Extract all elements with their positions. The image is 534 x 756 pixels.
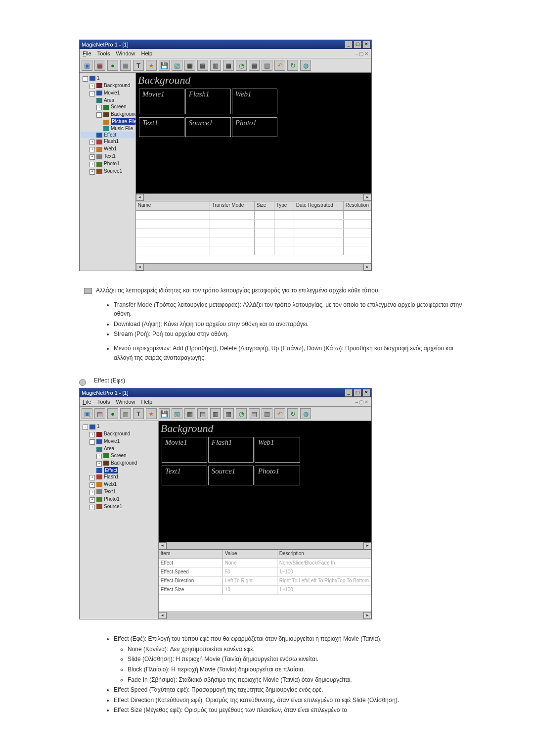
col-date[interactable]: Date Registrated: [294, 201, 344, 210]
table-row[interactable]: [136, 237, 371, 246]
tool-icon[interactable]: ▦: [223, 408, 234, 419]
tree-item[interactable]: Effect: [81, 132, 134, 138]
tree-item[interactable]: +Background: [81, 460, 157, 467]
maximize-icon[interactable]: ▢: [354, 389, 361, 397]
menu-file[interactable]: FFileile: [83, 50, 91, 56]
maximize-icon[interactable]: ▢: [354, 41, 361, 48]
tree-item[interactable]: +Background: [81, 82, 134, 90]
minimize-icon[interactable]: _: [345, 389, 353, 397]
tree-root[interactable]: -1: [81, 423, 157, 430]
tool-icon[interactable]: ▣: [82, 60, 92, 71]
tree-item[interactable]: Music File: [81, 125, 134, 132]
col-size[interactable]: Size: [255, 201, 274, 210]
table-row[interactable]: Effect Speed 50 1~100: [159, 568, 371, 577]
tree-item[interactable]: +Source1: [81, 168, 134, 175]
stage-box-text1[interactable]: Text1: [139, 117, 184, 137]
tool-icon[interactable]: ★: [146, 408, 157, 419]
tool-icon[interactable]: ▤: [249, 408, 260, 419]
table-row[interactable]: [136, 211, 371, 220]
col-res[interactable]: Resolution: [344, 201, 371, 210]
scrollbar-h[interactable]: ◂▸: [136, 193, 371, 201]
scrollbar-h[interactable]: ◂▸: [159, 612, 371, 619]
table-row[interactable]: Effect Size 10 1~100: [159, 586, 371, 595]
scrollbar-h[interactable]: ◂▸: [136, 263, 371, 271]
close-icon[interactable]: ✕: [362, 389, 370, 397]
table-row[interactable]: [136, 220, 371, 229]
tool-icon[interactable]: ▤: [197, 60, 208, 71]
tool-icon[interactable]: ▤: [249, 60, 260, 71]
tool-icon[interactable]: ▤: [94, 60, 105, 71]
tool-icon[interactable]: ↶: [274, 60, 285, 71]
tool-icon[interactable]: ●: [107, 60, 118, 71]
stage-box-web1[interactable]: Web1: [255, 437, 300, 463]
stage-box-text1[interactable]: Text1: [162, 466, 207, 485]
tree-item[interactable]: +Flash1: [81, 138, 134, 145]
menu-file[interactable]: File: [83, 399, 91, 405]
tree-item[interactable]: Area: [81, 97, 134, 103]
tool-icon[interactable]: ▤: [94, 408, 105, 419]
tree-item[interactable]: +Source1: [81, 503, 157, 511]
tool-icon[interactable]: ◍: [300, 60, 311, 71]
stage-box-source1[interactable]: Source1: [208, 466, 254, 485]
stage-box-flash1[interactable]: Flash1: [185, 89, 231, 114]
tool-icon[interactable]: ◔: [236, 408, 247, 419]
tree-root[interactable]: -1: [81, 75, 134, 82]
table-row[interactable]: [136, 229, 371, 237]
tree-item[interactable]: +Background: [81, 430, 157, 438]
tool-icon[interactable]: ▦: [184, 60, 195, 71]
stage-box-source1[interactable]: Source1: [185, 117, 231, 137]
table-row[interactable]: Effect Direction Left To Right Right To …: [159, 577, 371, 586]
col-type[interactable]: Type: [274, 201, 294, 210]
tool-icon[interactable]: ★: [146, 60, 157, 71]
tree-item[interactable]: +Flash1: [81, 473, 157, 481]
tree-item[interactable]: -Movie1: [81, 90, 134, 97]
tool-icon[interactable]: ▦: [120, 60, 131, 71]
tool-icon[interactable]: ↻: [287, 60, 298, 71]
menu-tools[interactable]: Tools: [97, 50, 110, 56]
stage-box-photo1[interactable]: Photo1: [232, 117, 277, 137]
col-desc[interactable]: Description: [277, 550, 371, 559]
tool-icon[interactable]: T: [133, 60, 144, 71]
tree-item[interactable]: +Screen: [81, 452, 157, 460]
tool-icon[interactable]: 💾: [159, 408, 170, 419]
tool-icon[interactable]: ▧: [172, 60, 182, 71]
tree-item[interactable]: -Background: [81, 111, 134, 118]
tree-item-selected[interactable]: Picture File: [81, 118, 134, 125]
tool-icon[interactable]: ◔: [236, 60, 247, 71]
tree-item[interactable]: +Screen: [81, 103, 134, 111]
stage-box-photo1[interactable]: Photo1: [255, 466, 300, 485]
tool-icon[interactable]: ▥: [210, 408, 221, 419]
tool-icon[interactable]: ▥: [262, 60, 272, 71]
col-name[interactable]: Name: [136, 201, 210, 210]
tool-icon[interactable]: ▣: [82, 408, 92, 419]
tool-icon[interactable]: ▦: [120, 408, 131, 419]
menu-window[interactable]: Window: [116, 399, 135, 405]
table-row[interactable]: [136, 246, 371, 255]
menu-help[interactable]: Help: [141, 50, 153, 56]
menu-window[interactable]: Window: [116, 50, 135, 56]
tool-icon[interactable]: ▧: [172, 408, 182, 419]
tool-icon[interactable]: ▦: [184, 408, 195, 419]
tree-item[interactable]: +Photo1: [81, 496, 157, 503]
menu-help[interactable]: Help: [141, 399, 153, 405]
tool-icon[interactable]: 💾: [159, 60, 170, 71]
tool-icon[interactable]: ▦: [223, 60, 234, 71]
tool-icon[interactable]: ●: [107, 408, 118, 419]
tree-item[interactable]: -Movie1: [81, 438, 157, 445]
table-row[interactable]: Effect None None/Slide/Block/Fade In: [159, 559, 371, 568]
tree-item[interactable]: +Photo1: [81, 160, 134, 168]
tool-icon[interactable]: ↻: [287, 408, 298, 419]
tree-item[interactable]: +Text1: [81, 153, 134, 160]
tool-icon[interactable]: ▥: [210, 60, 221, 71]
tool-icon[interactable]: ▥: [262, 408, 272, 419]
stage-box-movie1[interactable]: Movie1: [139, 89, 184, 114]
tree-item[interactable]: +Web1: [81, 145, 134, 153]
scrollbar-h[interactable]: ◂▸: [159, 542, 371, 549]
close-icon[interactable]: ✕: [362, 41, 370, 48]
tree-item[interactable]: +Web1: [81, 481, 157, 488]
col-value[interactable]: Value: [223, 550, 277, 559]
tree-item[interactable]: Area: [81, 445, 157, 452]
col-item[interactable]: Item: [159, 550, 223, 559]
stage-box-web1[interactable]: Web1: [232, 89, 277, 114]
tree-item-selected[interactable]: Effect: [81, 467, 157, 473]
